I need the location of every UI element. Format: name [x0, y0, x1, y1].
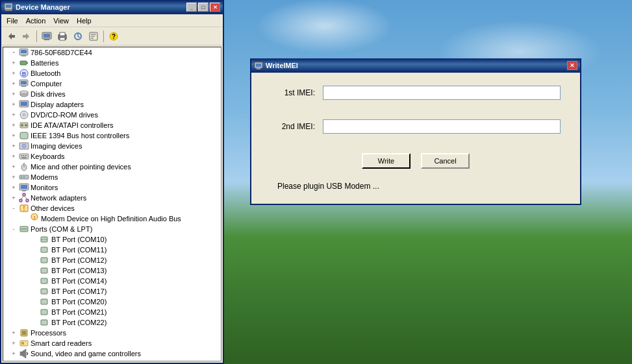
toolbar-separator-2 [103, 30, 104, 42]
tree-item-com11[interactable]: BT Port (COM11) [3, 245, 221, 255]
computer-icon [19, 79, 29, 89]
second-imei-input[interactable] [323, 119, 561, 134]
tree-item-keyboards[interactable]: + Keyboards [3, 151, 221, 162]
tree-item-com22[interactable]: BT Port (COM22) [3, 317, 221, 328]
tree-item-com14[interactable]: BT Port (COM14) [3, 276, 221, 286]
ports-expand[interactable]: - [8, 224, 19, 234]
first-imei-input[interactable] [323, 86, 561, 100]
sound-icon [19, 348, 29, 359]
device-manager-window: Device Manager _ □ ✕ File Action View He… [0, 0, 224, 364]
second-imei-label: 2nd IMEI: [271, 122, 323, 131]
tree-item-modems[interactable]: + Modems [3, 172, 221, 182]
tree-item-dvd[interactable]: + DVD/CD-ROM drives [3, 110, 221, 120]
svg-rect-85 [256, 64, 261, 67]
display-label: Display adapters [31, 101, 84, 108]
svg-rect-72 [41, 258, 47, 263]
com21-label: BT Port (COM21) [51, 308, 107, 316]
ide-icon [19, 120, 29, 130]
svg-rect-19 [20, 61, 27, 65]
svg-rect-20 [27, 62, 28, 64]
tree-item-com13[interactable]: BT Port (COM13) [3, 265, 221, 276]
tree-item-com21[interactable]: BT Port (COM21) [3, 307, 221, 317]
tree-item-com10[interactable]: BT Port (COM10) [3, 234, 221, 245]
back-button[interactable] [4, 29, 18, 43]
svg-point-66 [25, 228, 27, 230]
tree-item-root[interactable]: ⁃ 786-50F68D7CE44 [3, 47, 221, 58]
display-expand[interactable]: + [8, 99, 19, 110]
ieee-label: IEEE 1394 Bus host controllers [31, 132, 129, 140]
bluetooth-expand[interactable]: + [8, 68, 19, 79]
mice-expand[interactable]: + [8, 162, 19, 172]
network-expand[interactable]: + [8, 193, 19, 203]
imaging-expand[interactable]: + [8, 141, 19, 151]
tree-item-com12[interactable]: BT Port (COM12) [3, 255, 221, 265]
scan-button[interactable] [71, 29, 85, 43]
tree-item-ieee[interactable]: + IEEE 1394 Bus host controllers [3, 130, 221, 141]
titlebar-buttons: _ □ ✕ [186, 3, 220, 12]
write-imei-close-button[interactable]: ✕ [567, 61, 577, 70]
write-button[interactable]: Write [362, 153, 411, 169]
tree-item-computer[interactable]: + Computer [3, 79, 221, 89]
ieee-expand[interactable]: + [8, 130, 19, 141]
tree-item-ide[interactable]: + IDE ATA/ATAPI controllers [3, 120, 221, 130]
root-expand[interactable]: ⁃ [8, 47, 19, 58]
tree-item-mice[interactable]: + Mice and other pointing devices [3, 162, 221, 172]
smartcard-expand[interactable]: + [8, 338, 19, 348]
svg-point-34 [21, 124, 23, 127]
tree-item-bluetooth[interactable]: + B Bluetooth [3, 68, 221, 79]
svg-rect-56 [26, 199, 29, 202]
print-button[interactable] [55, 29, 70, 43]
tree-item-sound[interactable]: + Sound, video and game controllers [3, 348, 221, 359]
help-button[interactable]: ? [107, 29, 121, 43]
network-label: Network adapters [31, 194, 86, 202]
tree-item-monitors[interactable]: + Monitors [3, 182, 221, 193]
computer-expand[interactable]: + [8, 79, 19, 89]
properties-button[interactable] [86, 29, 101, 43]
com17-label: BT Port (COM17) [51, 287, 107, 295]
processors-expand[interactable]: + [8, 328, 19, 338]
modems-expand[interactable]: + [8, 172, 19, 182]
restore-button[interactable]: □ [198, 3, 209, 12]
tree-item-com17[interactable]: BT Port (COM17) [3, 286, 221, 297]
svg-line-58 [24, 196, 27, 199]
svg-rect-53 [22, 190, 26, 191]
tree-item-batteries[interactable]: + Batteries [3, 58, 221, 68]
tree-item-other[interactable]: - ! Other devices [3, 203, 221, 213]
tree-item-smartcard[interactable]: + Smart card readers [3, 338, 221, 348]
tree-item-imaging[interactable]: + Imaging devices [3, 141, 221, 151]
minimize-button[interactable]: _ [186, 3, 197, 12]
sound-label: Sound, video and game controllers [31, 350, 141, 358]
menu-action[interactable]: Action [22, 16, 50, 26]
menu-help[interactable]: Help [73, 16, 95, 26]
device-tree[interactable]: ⁃ 786-50F68D7CE44 + Batteries [3, 47, 221, 361]
keyboards-expand[interactable]: + [8, 151, 19, 162]
toolbar: ? [1, 27, 223, 45]
svg-rect-30 [21, 102, 27, 106]
other-expand[interactable]: - [8, 203, 19, 213]
ide-expand[interactable]: + [8, 120, 19, 130]
tree-item-com20[interactable]: BT Port (COM20) [3, 297, 221, 307]
svg-point-68 [42, 239, 43, 240]
forward-button[interactable] [19, 29, 34, 43]
monitors-expand[interactable]: + [8, 182, 19, 193]
com22-icon [40, 317, 50, 328]
svg-rect-7 [60, 32, 65, 36]
dvd-expand[interactable]: + [8, 110, 19, 120]
tree-item-diskdrives[interactable]: + Disk drives [3, 89, 221, 99]
cancel-button[interactable]: Cancel [421, 153, 470, 169]
svg-rect-43 [27, 155, 27, 156]
close-button[interactable]: ✕ [210, 3, 220, 12]
batteries-expand[interactable]: + [8, 58, 19, 68]
menu-file[interactable]: File [3, 16, 22, 26]
menu-view[interactable]: View [49, 16, 73, 26]
tree-item-modem-hda[interactable]: ! Modem Device on High Definition Audio … [3, 213, 221, 224]
tree-item-network[interactable]: + Network adapters [3, 193, 221, 203]
tree-item-processors[interactable]: + Processors [3, 328, 221, 338]
computer-button[interactable] [40, 29, 54, 43]
svg-rect-74 [41, 278, 47, 284]
ide-label: IDE ATA/ATAPI controllers [31, 121, 114, 129]
sound-expand[interactable]: + [8, 348, 19, 359]
tree-item-display[interactable]: + Display adapters [3, 99, 221, 110]
diskdrives-expand[interactable]: + [8, 89, 19, 99]
tree-item-ports[interactable]: - Ports (COM & LPT) [3, 224, 221, 234]
